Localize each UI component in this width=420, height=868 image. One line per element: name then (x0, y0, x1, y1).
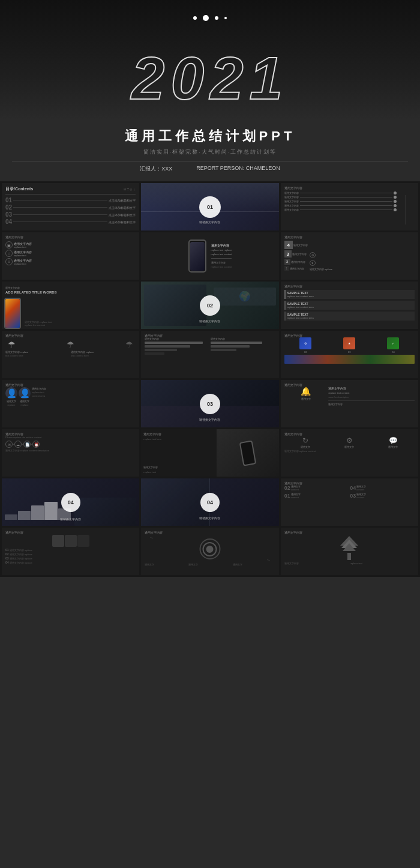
phone-rotated (239, 440, 257, 466)
slide-tree: 通用文字内容 通用文字内容 replace text (281, 528, 418, 575)
flow-circles: → → (145, 535, 275, 562)
person-card-2: 👤 通用文字 replace (19, 387, 31, 406)
avatar-1: 👤 (5, 387, 17, 399)
chart-section-circle: 04 (61, 493, 80, 512)
ncol-02: 02 通用文字 content (284, 485, 349, 491)
umbrella-row: ☂ ☂ ☂ (5, 340, 136, 349)
person-card-1: 👤 通用文字 replace (5, 387, 17, 406)
icon-label-2: 通用文字内容 replace text (14, 250, 32, 257)
slide-color-icons: 通用文字内容 ⚙ 02 ★ 03 (281, 331, 418, 378)
contents-item-4: 04 点击添加标题和文字 (5, 219, 136, 225)
color-item-3: ✓ 04 (372, 337, 415, 354)
badge-1: 1 (284, 266, 289, 271)
icon-label-1: 通用文字内容 replace text (14, 242, 32, 249)
bar-1 (145, 342, 203, 344)
slide-cascade: 通用文字内容 通用文字内容 通用文字内容 (141, 331, 278, 378)
slide-num-cols: 通用文字内容 02 通用文字 content 01 (281, 478, 418, 526)
section03-label: 请替换文字内容 (141, 412, 278, 423)
section02-num: 02 (207, 303, 213, 309)
tl-text-4: 通用文字内容 (284, 204, 299, 207)
section03-num: 03 (207, 401, 213, 407)
chart-section-label: 请替换文字内容 (2, 512, 139, 523)
icon-circle-3: ☺ (5, 258, 13, 265)
num-01: 01 (5, 197, 12, 203)
puzzle-row (5, 535, 136, 547)
person-icon-2: 👤 (19, 387, 31, 399)
icon-share2: ⌂ (8, 252, 10, 255)
arrow-tl: → (149, 535, 155, 540)
icon-grid: ☰ (127, 187, 129, 191)
clock-icon: ⏰ (34, 442, 38, 447)
sample-title: 通用文字内容 (284, 285, 415, 288)
ns-2: 2 通用文字内容 (284, 259, 308, 265)
chat-icon: 💬 (389, 436, 398, 445)
num-04: 04 (5, 219, 12, 225)
bar2-1 (211, 342, 262, 344)
cycle-row: ↻ 通用文字 ⚙ 通用文字 💬 通用文字 (284, 436, 415, 448)
umbrella-labels: 通用文字内容 replace 通用文字内容 replace text conte… (5, 351, 136, 357)
icon-share: ⋮ (133, 187, 136, 191)
sample-3: SAMPLE TEXT replace text content area (284, 312, 415, 321)
badge-3: 3 (284, 250, 292, 258)
related-title-text: 通用文字内容 ADD RELATED TITLE WORDS (5, 286, 136, 295)
phone-screen (190, 242, 205, 271)
person-cards-row: 👤 通用文字 replace 👤 通用文字 replace 通用文字内容 (5, 387, 136, 406)
gear-circle: ⚙ (310, 252, 316, 258)
tl-2: 通用文字内容 (284, 196, 397, 199)
circles-row: ✉ ☁ 📄 ⏰ (5, 441, 136, 448)
gear-icon2: ⚙ (311, 253, 314, 257)
phone-text-area: 通用文字内容 replace text replace replace text… (211, 244, 232, 268)
section-replace-text: 请替换文字内容 (199, 220, 220, 224)
icon-person: ☺ (7, 260, 11, 264)
cascade-col1: 通用文字内容 (145, 337, 209, 355)
num-col-right: 04 通用文字 content 03 通用文字 content (350, 485, 415, 499)
phone-center-content: 通用文字内容 replace text replace replace text… (141, 232, 278, 280)
item-text-2: 点击添加标题和文字 (109, 206, 136, 209)
phone-hand-img (217, 429, 278, 477)
puzzle-labels: 01 通用文字内容 replace 02 通用文字内容 replace 03 通… (5, 548, 136, 564)
slide-circles-info: 通用文字内容 Please replace the written conten… (2, 429, 139, 477)
phone-large (188, 240, 206, 273)
section-label-01: 请替换文字内容 (141, 215, 278, 226)
contents-icons: ⊞ ☰ ◎ ⋮ (124, 187, 136, 191)
slides-grid: 目录/Contents ⊞ ☰ ◎ ⋮ 01 点击添加标题和文字 02 (0, 181, 420, 577)
umbrella-1: ☂ (8, 340, 16, 349)
bar2-2 (211, 345, 250, 348)
contents-title: 目录/Contents (5, 186, 33, 192)
tree-area (284, 535, 415, 562)
icons-title: 通用文字内容 (5, 235, 136, 239)
num-col-left: 02 通用文字 content 01 通用文字 content (284, 485, 349, 499)
num-cols-grid: 02 通用文字 content 01 通用文字 content (284, 485, 415, 499)
section02-circle: 02 (200, 295, 220, 316)
dot-2 (203, 15, 209, 21)
gear-large: ⚙ (346, 436, 353, 445)
bar-3 (145, 349, 177, 351)
dot-4 (224, 17, 227, 19)
slide-add-related: 通用文字内容 ADD RELATED TITLE WORDS 通用文字内容 re… (2, 282, 139, 329)
tl-text-5: 通用文字内容 (284, 208, 299, 211)
num-02: 02 (5, 204, 12, 211)
bar-2 (145, 345, 190, 348)
center-circle (206, 546, 214, 553)
tree-labels: 通用文字内容 replace text (284, 562, 415, 565)
numstack-right: ⚙ ♥ 通用文字内容 replace (310, 252, 415, 271)
color-grid: ⚙ 02 ★ 03 ✓ 04 (284, 337, 415, 354)
slide-contents: 目录/Contents ⊞ ☰ ◎ ⋮ 01 点击添加标题和文字 02 (2, 183, 139, 231)
icon-circle-2: ⌂ (5, 250, 13, 257)
report-person: REPORT PERSON: CHAMELEON (196, 165, 280, 173)
chart-section-num: 04 (68, 499, 74, 505)
icon-row-3: ☺ 通用文字内容 replace text (5, 258, 136, 265)
slide-phone-hand: 通用文字内容 replace text here 通用文字内容 replace … (141, 429, 278, 477)
avatar-2: 👤 (19, 387, 31, 399)
puzzle-2 (65, 535, 77, 547)
section04-label: 请替换文字内容 (141, 511, 278, 522)
heart-icon: ♥ (311, 261, 313, 265)
section-num: 01 (207, 204, 213, 210)
cover-subtitle: 简洁实用·框架完整·大气时尚·工作总结计划等 (12, 148, 408, 156)
cover-section: 2021 (0, 0, 420, 120)
cycle-item-2: ⚙ 通用文字 (328, 436, 371, 448)
person-card-3: 通用文字内容 replace text content area (32, 387, 136, 406)
ns-1: 1 通用文字内容 (284, 266, 308, 271)
badge-4: 4 (284, 241, 293, 249)
page-wrapper: 2021 通用工作总结计划PPT 简洁实用·框架完整·大气时尚·工作总结计划等 … (0, 0, 420, 577)
